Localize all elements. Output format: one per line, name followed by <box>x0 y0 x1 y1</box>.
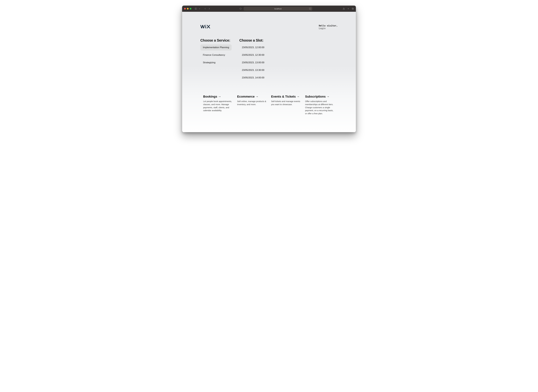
feature-description: Offer subscriptions and memberships at d… <box>305 100 335 115</box>
feature-card: Events & Tickets →Sell tickets and manag… <box>271 95 301 115</box>
slot-item[interactable]: 23/05/2023, 13:00:00 <box>239 60 267 66</box>
slots-heading: Choose a Slot: <box>239 38 267 42</box>
slot-item[interactable]: 23/05/2023, 14:00:00 <box>239 75 267 81</box>
browser-titlebar: localhost <box>182 6 356 12</box>
svg-rect-5 <box>352 8 354 9</box>
address-bar-text: localhost <box>274 8 282 10</box>
privacy-shield-icon[interactable] <box>239 7 242 11</box>
feature-card: Subscriptions →Offer subscriptions and m… <box>305 95 335 115</box>
address-bar[interactable]: localhost <box>244 7 312 11</box>
feature-link[interactable]: Subscriptions → <box>305 95 335 98</box>
slots-column: Choose a Slot: 23/05/2023, 12:00:0023/05… <box>239 38 267 81</box>
window-zoom-button[interactable] <box>190 8 191 9</box>
service-item[interactable]: Implementation Planning <box>200 44 231 51</box>
login-link[interactable]: Login <box>319 27 338 30</box>
feature-link[interactable]: Bookings → <box>203 95 233 98</box>
feature-description: Let people book appointments, classes, a… <box>203 100 233 112</box>
tab-overview-icon[interactable] <box>352 8 354 10</box>
svg-rect-6 <box>352 8 353 9</box>
slot-item[interactable]: 23/05/2023, 12:30:00 <box>239 52 267 58</box>
feature-card: Ecommerce →Sell online, manage products … <box>237 95 267 115</box>
feature-link[interactable]: Ecommerce → <box>237 95 267 98</box>
service-item[interactable]: Strategizing <box>200 60 231 66</box>
new-tab-icon[interactable] <box>347 8 349 10</box>
wix-logo[interactable] <box>200 24 211 29</box>
nav-back-button[interactable] <box>204 8 206 10</box>
page-content: Hello visitor, Login Choose a Service: I… <box>182 12 356 132</box>
feature-description: Sell online, manage products & inventory… <box>237 100 267 106</box>
sidebar-toggle-icon[interactable] <box>195 8 197 10</box>
svg-rect-8 <box>205 26 206 28</box>
window-controls <box>184 8 191 9</box>
chevron-down-icon[interactable] <box>198 8 201 10</box>
services-column: Choose a Service: Implementation Plannin… <box>200 38 231 81</box>
feature-card: Bookings →Let people book appointments, … <box>203 95 233 115</box>
svg-rect-0 <box>195 8 197 9</box>
reload-icon[interactable] <box>309 8 311 10</box>
feature-description: Sell tickets and manage events you want … <box>271 100 301 106</box>
window-minimize-button[interactable] <box>187 8 189 9</box>
service-item[interactable]: Finance Consultancy <box>200 52 231 58</box>
browser-window: localhost <box>182 6 356 132</box>
visitor-greeting: Hello visitor, Login <box>319 24 338 30</box>
feature-link[interactable]: Events & Tickets → <box>271 95 301 98</box>
slot-item[interactable]: 23/05/2023, 13:30:00 <box>239 67 267 73</box>
slot-item[interactable]: 23/05/2023, 12:00:00 <box>239 44 267 51</box>
greeting-text: Hello visitor, <box>319 24 338 27</box>
svg-point-7 <box>205 25 206 26</box>
share-icon[interactable] <box>343 8 345 10</box>
services-heading: Choose a Service: <box>200 38 231 42</box>
nav-forward-button[interactable] <box>208 8 210 10</box>
window-close-button[interactable] <box>184 8 186 9</box>
